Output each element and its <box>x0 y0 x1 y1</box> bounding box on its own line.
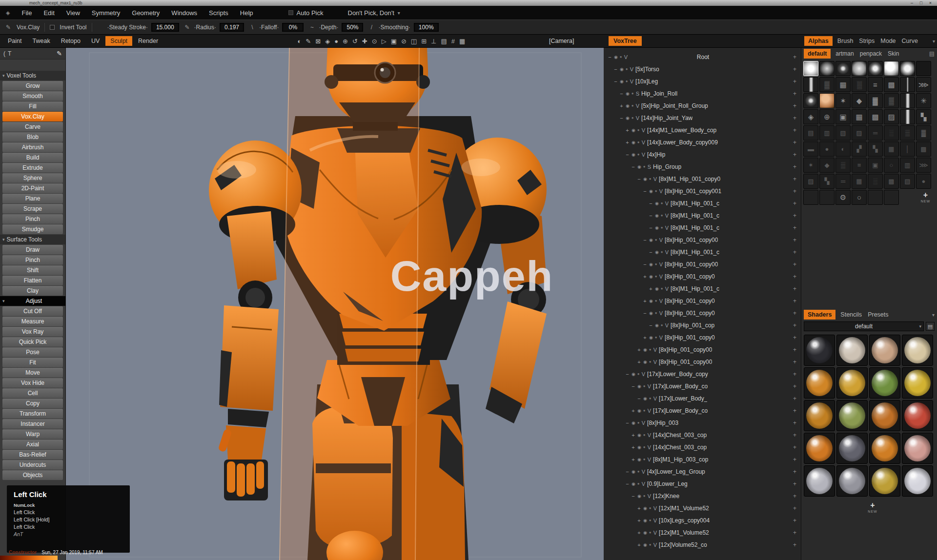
layer-label[interactable]: [10x]Leg <box>635 78 658 85</box>
dont-pick-dropdown[interactable]: Don't Pick, Don't ▾ <box>348 9 400 17</box>
toolbar-icon[interactable]: ▦ <box>457 38 467 45</box>
tool-item[interactable]: ▾ Measure <box>2 317 63 326</box>
alpha-thumbnail[interactable]: ▦ <box>852 174 867 189</box>
add-child-button[interactable]: + <box>793 346 801 353</box>
expand-toggle-icon[interactable]: − <box>631 383 635 389</box>
alpha-thumbnail[interactable]: ▩ <box>884 174 899 189</box>
visibility-icon[interactable]: ◉ <box>620 79 624 84</box>
alpha-thumbnail[interactable] <box>803 77 818 92</box>
tool-item[interactable]: ▾ Plane <box>2 194 63 203</box>
visibility-icon[interactable]: ◉ <box>626 91 630 96</box>
room-tab[interactable]: Render <box>133 36 163 46</box>
alphas-panel-tab[interactable]: Strips <box>858 36 876 46</box>
menu-item[interactable]: View <box>66 9 80 17</box>
ghost-icon[interactable]: ● <box>649 518 652 522</box>
alpha-thumbnail[interactable]: ▦ <box>884 141 899 157</box>
expand-toggle-icon[interactable]: − <box>625 469 630 475</box>
shader-thumbnail[interactable] <box>836 465 868 497</box>
voxtree-row[interactable]: + ◉ ● V [8x]Hip_001_copy00 + <box>604 356 801 368</box>
alpha-thumbnail[interactable] <box>884 190 899 205</box>
ghost-icon[interactable]: ● <box>631 116 634 120</box>
voxtree-row[interactable]: − ◉ ● V [17x]Lower_Body_copy + <box>604 368 801 380</box>
parameter-label[interactable]: ·Radius· <box>194 24 216 31</box>
ghost-icon[interactable]: ● <box>643 445 646 449</box>
alpha-thumbnail[interactable]: ▓ <box>916 125 931 140</box>
alpha-thumbnail[interactable]: ✳ <box>916 93 931 108</box>
visibility-icon[interactable]: ◉ <box>637 384 641 389</box>
tool-item[interactable]: ▾ Copy <box>2 399 63 408</box>
alpha-thumbnail[interactable]: ○ <box>884 158 899 173</box>
alpha-thumbnail[interactable]: ▨ <box>803 174 818 189</box>
alpha-thumbnail[interactable]: ▚ <box>819 174 835 189</box>
alpha-thumbnail[interactable]: │ <box>900 141 915 157</box>
add-child-button[interactable]: + <box>793 322 801 329</box>
ghost-icon[interactable]: ● <box>649 177 652 181</box>
add-child-button[interactable]: + <box>793 261 801 268</box>
layer-label[interactable]: [8x]Hip_001_copy0 <box>665 273 715 280</box>
ghost-icon[interactable]: ● <box>655 274 657 279</box>
add-child-button[interactable]: + <box>793 334 801 341</box>
ghost-icon[interactable]: ● <box>649 542 652 547</box>
ghost-icon[interactable]: ● <box>655 335 657 340</box>
visibility-icon[interactable]: ◉ <box>637 457 641 462</box>
visibility-icon[interactable]: ◉ <box>649 335 653 340</box>
chevron-down-icon[interactable]: ▾ <box>933 39 935 44</box>
alpha-thumbnail[interactable]: ▦ <box>852 109 867 124</box>
toolbar-icon[interactable]: ⊠ <box>314 38 323 45</box>
layer-label[interactable]: [10x]Legs_copy004 <box>659 517 710 524</box>
expand-toggle-icon[interactable]: − <box>649 225 653 231</box>
ghost-icon[interactable]: ● <box>655 262 657 266</box>
visibility-icon[interactable]: ◉ <box>655 225 659 230</box>
voxtree-row[interactable]: + ◉ ● V [14x]Chest_003_cop + <box>604 441 801 453</box>
maximize-button[interactable]: □ <box>917 0 925 5</box>
layer-label[interactable]: [12x]Knee <box>653 493 679 500</box>
alpha-thumbnail[interactable]: ▣ <box>868 158 883 173</box>
add-child-button[interactable]: + <box>793 395 801 402</box>
alphas-panel-tab[interactable]: Mode <box>879 36 896 46</box>
voxtree-row[interactable]: − ◉ ● V [8x]M1_Hip_001_copy0 + <box>604 173 801 185</box>
toolbar-icon[interactable]: ● <box>333 38 340 45</box>
room-tab[interactable]: Tweak <box>28 36 55 46</box>
menu-item[interactable]: Symmetry <box>92 9 121 17</box>
room-tab[interactable]: Paint <box>3 36 27 46</box>
ghost-icon[interactable]: ● <box>643 433 646 437</box>
menu-item[interactable]: Edit <box>43 9 54 17</box>
add-child-button[interactable]: + <box>793 139 801 146</box>
tool-item[interactable]: ▾ Move <box>2 368 63 378</box>
shader-thumbnail[interactable] <box>869 400 900 431</box>
alpha-thumbnail[interactable]: ▤ <box>803 125 818 140</box>
expand-toggle-icon[interactable]: + <box>643 335 647 340</box>
voxtree-row[interactable]: − ◉ ● V [8x]Hip_001_copy00 + <box>604 234 801 246</box>
alpha-thumbnail[interactable]: ● <box>819 141 835 157</box>
visibility-icon[interactable]: ◉ <box>631 420 635 425</box>
tool-item[interactable]: ▾ Warp <box>2 429 63 439</box>
voxtree-row[interactable]: − ◉ ● V [8x]Hip_001_copy0 + <box>604 307 801 319</box>
alpha-thumbnail[interactable]: ▥ <box>900 158 915 173</box>
tool-item[interactable]: ▾ 2D-Paint <box>2 183 63 193</box>
add-child-button[interactable]: + <box>793 456 801 463</box>
layer-label[interactable]: [14x]Hip_Joint_Yaw <box>641 115 693 121</box>
toolbar-icon[interactable]: ✎ <box>304 38 313 45</box>
ghost-icon[interactable]: ● <box>649 347 652 352</box>
shader-thumbnail[interactable] <box>869 433 900 464</box>
expand-toggle-icon[interactable]: + <box>643 298 647 304</box>
toolbar-icon[interactable]: ✚ <box>360 38 369 45</box>
alpha-thumbnail[interactable]: ═ <box>835 174 851 189</box>
alpha-subtab[interactable]: Skin <box>887 49 900 59</box>
parameter-label[interactable]: ·Falloff· <box>259 24 279 31</box>
alpha-thumbnail[interactable]: ▩ <box>868 109 883 124</box>
alpha-thumbnail[interactable] <box>819 93 835 108</box>
expand-toggle-icon[interactable]: − <box>613 66 618 72</box>
ghost-icon[interactable]: ● <box>637 469 640 474</box>
voxtree-row[interactable]: − ◉ ● V [8x]M1_Hip_001_c + <box>604 197 801 209</box>
toolbar-icon[interactable]: ◈ <box>324 38 332 45</box>
layer-label[interactable]: [8x]M1_Hip_003_cop <box>653 456 708 463</box>
chevron-down-icon[interactable]: ▾ <box>932 312 935 318</box>
toolbar-icon[interactable]: ◫ <box>409 38 418 45</box>
toolbar-icon[interactable]: ⊘ <box>399 38 408 45</box>
add-child-button[interactable]: + <box>793 298 801 304</box>
visibility-icon[interactable]: ◉ <box>649 238 653 242</box>
visibility-icon[interactable]: ◉ <box>643 347 647 352</box>
voxtree-row[interactable]: − ◉ ● V [14x]Hip_Joint_Yaw + <box>604 112 801 124</box>
expand-toggle-icon[interactable]: − <box>625 481 630 487</box>
